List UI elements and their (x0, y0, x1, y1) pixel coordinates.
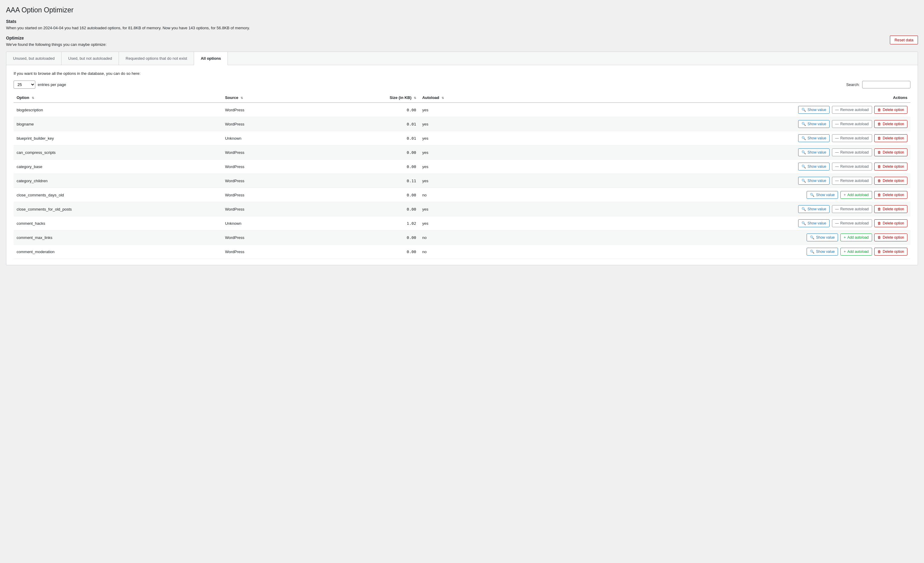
table-controls: 25 50 100 entries per page Search: (14, 81, 910, 89)
cell-option: can_compress_scripts (14, 145, 222, 160)
search-icon: 🔍 (810, 250, 814, 254)
delete-option-button[interactable]: 🗑 Delete option (874, 191, 908, 199)
trash-icon: 🗑 (878, 235, 881, 240)
show-value-button[interactable]: 🔍 Show value (807, 234, 838, 241)
show-value-button[interactable]: 🔍 Show value (798, 148, 830, 156)
table-row: close_comments_for_old_posts WordPress 0… (14, 202, 910, 216)
cell-size: 0.00 (308, 202, 419, 216)
cell-source: WordPress (222, 145, 308, 160)
cell-actions: 🔍 Show value — Remove autoload 🗑 Delete … (514, 216, 910, 231)
show-value-button[interactable]: 🔍 Show value (798, 205, 830, 213)
trash-icon: 🗑 (878, 150, 881, 154)
tab-description: If you want to browse all the options in… (14, 71, 910, 76)
sort-arrows-source: ⇅ (240, 96, 243, 100)
show-value-button[interactable]: 🔍 Show value (798, 163, 830, 171)
cell-autoload: no (419, 188, 514, 202)
cell-size: 0.00 (308, 245, 419, 259)
cell-autoload: yes (419, 160, 514, 174)
show-value-button[interactable]: 🔍 Show value (798, 134, 830, 142)
trash-icon: 🗑 (878, 165, 881, 169)
show-value-button[interactable]: 🔍 Show value (807, 248, 838, 256)
table-row: comment_max_links WordPress 0.00 no 🔍 Sh… (14, 231, 910, 245)
tab-content-all-options: If you want to browse all the options in… (6, 65, 918, 265)
remove-autoload-button[interactable]: — Remove autoload (832, 134, 872, 142)
col-source[interactable]: Source ⇅ (222, 93, 308, 103)
cell-option: category_base (14, 160, 222, 174)
cell-actions: 🔍 Show value — Remove autoload 🗑 Delete … (514, 160, 910, 174)
remove-autoload-button[interactable]: — Remove autoload (832, 163, 872, 171)
add-autoload-button[interactable]: + Add autoload (840, 234, 872, 241)
cell-source: WordPress (222, 103, 308, 117)
tabs-wrapper: Unused, but autoloaded Used, but not aut… (6, 52, 918, 265)
remove-autoload-button[interactable]: — Remove autoload (832, 219, 872, 227)
show-value-button[interactable]: 🔍 Show value (798, 219, 830, 227)
add-autoload-button[interactable]: + Add autoload (840, 191, 872, 199)
cell-source: WordPress (222, 160, 308, 174)
stats-section: Stats When you started on 2024-04-04 you… (6, 19, 918, 30)
remove-autoload-button[interactable]: — Remove autoload (832, 177, 872, 185)
add-autoload-button[interactable]: + Add autoload (840, 248, 872, 256)
show-value-button[interactable]: 🔍 Show value (798, 106, 830, 114)
delete-option-button[interactable]: 🗑 Delete option (874, 134, 908, 142)
cell-autoload: yes (419, 202, 514, 216)
delete-option-button[interactable]: 🗑 Delete option (874, 106, 908, 114)
entries-per-page-select[interactable]: 25 50 100 (14, 81, 35, 89)
cell-option: close_comments_days_old (14, 188, 222, 202)
table-row: comment_moderation WordPress 0.00 no 🔍 S… (14, 245, 910, 259)
optimize-section: Optimize We've found the following thing… (6, 36, 918, 47)
cell-option: comment_moderation (14, 245, 222, 259)
search-icon: 🔍 (810, 193, 814, 197)
col-autoload[interactable]: Autoload ⇅ (419, 93, 514, 103)
col-option[interactable]: Option ⇅ (14, 93, 222, 103)
show-value-button[interactable]: 🔍 Show value (807, 191, 838, 199)
delete-option-button[interactable]: 🗑 Delete option (874, 205, 908, 213)
table-row: blogname WordPress 0.01 yes 🔍 Show value… (14, 117, 910, 131)
entries-control: 25 50 100 entries per page (14, 81, 66, 89)
remove-autoload-button[interactable]: — Remove autoload (832, 120, 872, 128)
reset-data-button[interactable]: Reset data (890, 36, 918, 44)
tab-used[interactable]: Used, but not autoloaded (62, 52, 119, 65)
search-input[interactable] (862, 81, 910, 88)
trash-icon: 🗑 (878, 193, 881, 197)
minus-icon: — (835, 122, 839, 126)
tab-all-options[interactable]: All options (194, 52, 228, 65)
cell-autoload: no (419, 231, 514, 245)
show-value-button[interactable]: 🔍 Show value (798, 177, 830, 185)
trash-icon: 🗑 (878, 221, 881, 225)
trash-icon: 🗑 (878, 108, 881, 112)
tab-unused[interactable]: Unused, but autoloaded (6, 52, 62, 65)
delete-option-button[interactable]: 🗑 Delete option (874, 177, 908, 185)
trash-icon: 🗑 (878, 250, 881, 254)
search-control: Search: (846, 81, 910, 88)
search-icon: 🔍 (801, 207, 806, 211)
delete-option-button[interactable]: 🗑 Delete option (874, 148, 908, 156)
tab-requested[interactable]: Requested options that do not exist (119, 52, 194, 65)
cell-actions: 🔍 Show value + Add autoload 🗑 Delete opt… (514, 188, 910, 202)
delete-option-button[interactable]: 🗑 Delete option (874, 120, 908, 128)
cell-source: WordPress (222, 188, 308, 202)
delete-option-button[interactable]: 🗑 Delete option (874, 248, 908, 256)
table-header-row: Option ⇅ Source ⇅ Size (in KB) ⇅ Autoloa… (14, 93, 910, 103)
delete-option-button[interactable]: 🗑 Delete option (874, 163, 908, 171)
remove-autoload-button[interactable]: — Remove autoload (832, 106, 872, 114)
cell-size: 0.00 (308, 160, 419, 174)
cell-source: WordPress (222, 231, 308, 245)
cell-option: comment_max_links (14, 231, 222, 245)
optimize-description: We've found the following things you can… (6, 42, 918, 47)
show-value-button[interactable]: 🔍 Show value (798, 120, 830, 128)
delete-option-button[interactable]: 🗑 Delete option (874, 219, 908, 227)
cell-source: Unknown (222, 216, 308, 231)
delete-option-button[interactable]: 🗑 Delete option (874, 234, 908, 241)
remove-autoload-button[interactable]: — Remove autoload (832, 148, 872, 156)
remove-autoload-button[interactable]: — Remove autoload (832, 205, 872, 213)
search-label: Search: (846, 82, 860, 87)
col-size[interactable]: Size (in KB) ⇅ (308, 93, 419, 103)
trash-icon: 🗑 (878, 136, 881, 140)
cell-size: 0.00 (308, 145, 419, 160)
cell-size: 1.02 (308, 216, 419, 231)
cell-autoload: no (419, 245, 514, 259)
cell-source: WordPress (222, 174, 308, 188)
minus-icon: — (835, 207, 839, 211)
cell-autoload: yes (419, 216, 514, 231)
cell-size: 0.01 (308, 131, 419, 145)
